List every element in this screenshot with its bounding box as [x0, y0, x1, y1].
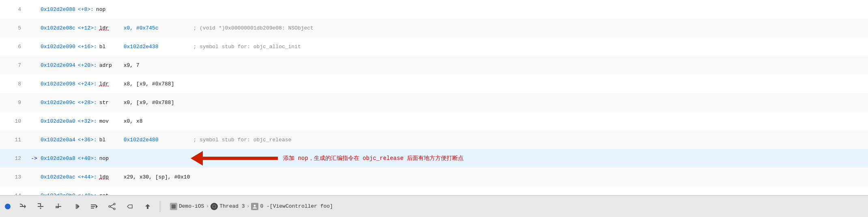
line-number: 11: [6, 137, 21, 143]
code-line-4: 40x102d2e088<+8>:nop: [0, 0, 868, 19]
instruction-mnemonic: ldr: [99, 25, 120, 31]
svg-marker-19: [145, 204, 150, 209]
share-button[interactable]: [106, 201, 118, 212]
breadcrumb-sep-1: ›: [206, 203, 209, 209]
frame-icon: [251, 203, 258, 210]
instruction-operands: 0x102d2e438: [124, 44, 159, 50]
svg-marker-9: [77, 204, 79, 209]
breadcrumb-method[interactable]: 0 -[ViewController foo]: [260, 203, 333, 209]
svg-point-16: [114, 208, 115, 210]
toolbar-separator: [160, 201, 160, 212]
instruction-comment: ; symbol stub for: objc_alloc_init: [193, 44, 301, 50]
debug-toolbar: Demo-iOS › Thread 3 › 0 -[ViewController…: [0, 195, 868, 217]
breakpoints-button[interactable]: [124, 201, 135, 212]
app-icon: [170, 203, 177, 210]
instruction-offset: <+16>:: [78, 44, 97, 50]
instruction-mnemonic: nop: [99, 155, 120, 162]
step-into-button[interactable]: [35, 201, 46, 212]
step-out-button[interactable]: [53, 201, 64, 212]
instruction-offset: <+44>:: [78, 174, 97, 180]
instruction-mnemonic: ldr: [99, 81, 120, 87]
svg-point-22: [213, 205, 215, 208]
instruction-address: 0x102d2e0a8: [41, 155, 75, 162]
instruction-operands: x0, #0x745c: [124, 25, 159, 31]
svg-marker-5: [40, 208, 41, 209]
instruction-address: 0x102d2e0ac: [41, 174, 75, 180]
line-number: 9: [6, 100, 21, 106]
step-over-button[interactable]: [17, 201, 28, 212]
svg-point-14: [114, 203, 115, 205]
code-line-9: 90x102d2e09c<+28>:strx0, [x9, #0x788]: [0, 93, 868, 112]
line-number: 8: [6, 81, 21, 87]
code-line-14: 140x102d2e0b0<+48>:ret: [0, 186, 868, 195]
instruction-address: 0x102d2e0a4: [41, 137, 75, 143]
svg-rect-8: [76, 204, 77, 209]
stop-button[interactable]: [5, 204, 11, 209]
svg-rect-11: [91, 206, 95, 207]
instruction-offset: <+40>:: [78, 155, 97, 162]
instruction-address: 0x102d2e0b0: [41, 193, 75, 196]
svg-line-18: [110, 207, 114, 208]
instruction-address: 0x102d2e088: [41, 6, 75, 13]
line-number: 7: [6, 62, 21, 68]
instruction-address: 0x102d2e09c: [41, 100, 75, 106]
instruction-address: 0x102d2e098: [41, 81, 75, 87]
continue-button[interactable]: [71, 201, 82, 212]
current-line-arrow: ->: [28, 155, 41, 162]
thread-icon: [211, 203, 218, 210]
instruction-offset: <+48>:: [78, 193, 97, 196]
instruction-step-button[interactable]: [88, 201, 100, 212]
instruction-mnemonic: nop: [96, 6, 117, 13]
svg-marker-1: [191, 151, 203, 166]
instruction-operands: x0, x8: [124, 118, 143, 124]
annotation-arrow: 添加 nop，生成的汇编指令在 objc_release 后面有地方方便打断点: [191, 151, 464, 166]
instruction-offset: <+12>:: [78, 25, 97, 31]
code-line-6: 60x102d2e090<+16>:bl0x102d2e438; symbol …: [0, 37, 868, 56]
svg-rect-4: [38, 206, 43, 207]
code-line-5: 50x102d2e08c<+12>:ldrx0, #0x745c; (void …: [0, 19, 868, 37]
svg-marker-13: [96, 204, 98, 208]
svg-rect-20: [172, 204, 176, 208]
direction-button[interactable]: [142, 201, 153, 212]
instruction-mnemonic: ret: [99, 193, 120, 196]
instruction-operands: x29, x30, [sp], #0x10: [124, 174, 190, 180]
line-number: 13: [6, 174, 21, 180]
instruction-address: 0x102d2e08c: [41, 25, 75, 31]
svg-rect-12: [91, 208, 94, 208]
code-line-11: 110x102d2e0a4<+36>:bl0x102d2e480; symbol…: [0, 130, 868, 149]
line-number: 12: [6, 155, 21, 162]
instruction-offset: <+36>:: [78, 137, 97, 143]
instruction-operands: x0, [x9, #0x788]: [124, 100, 174, 106]
instruction-offset: <+28>:: [78, 100, 97, 106]
instruction-operands: 0x102d2e480: [124, 137, 159, 143]
instruction-mnemonic: str: [99, 100, 120, 106]
breadcrumb-thread[interactable]: Thread 3: [219, 203, 245, 209]
code-line-7: 70x102d2e094<+20>:adrpx9, 7: [0, 56, 868, 74]
svg-rect-10: [91, 204, 96, 205]
code-line-13: 130x102d2e0ac<+44>:ldpx29, x30, [sp], #0…: [0, 168, 868, 186]
instruction-comment: ; (void *)0x00000001db209e08: NSObject: [193, 25, 313, 31]
instruction-address: 0x102d2e090: [41, 44, 75, 50]
svg-rect-0: [203, 157, 278, 160]
line-number: 6: [6, 44, 21, 50]
svg-marker-3: [24, 204, 26, 208]
code-view: 40x102d2e088<+8>:nop50x102d2e08c<+12>:ld…: [0, 0, 868, 195]
line-number: 10: [6, 118, 21, 124]
instruction-address: 0x102d2e094: [41, 62, 75, 68]
annotation-text: 添加 nop，生成的汇编指令在 objc_release 后面有地方方便打断点: [283, 155, 464, 162]
instruction-address: 0x102d2e0a0: [41, 118, 75, 124]
breadcrumb: Demo-iOS › Thread 3 › 0 -[ViewController…: [170, 203, 333, 210]
code-line-8: 80x102d2e098<+24>:ldrx8, [x9, #0x788]: [0, 74, 868, 93]
svg-marker-7: [58, 204, 59, 205]
line-number: 5: [6, 25, 21, 31]
breadcrumb-sep-2: ›: [247, 203, 250, 209]
instruction-operands: x8, [x9, #0x788]: [124, 81, 174, 87]
svg-point-23: [254, 204, 256, 206]
code-line-12: 12->0x102d2e0a8<+40>:nop添加 nop，生成的汇编指令在 …: [0, 149, 868, 168]
svg-point-15: [109, 206, 110, 207]
instruction-offset: <+8>:: [78, 6, 94, 13]
instruction-mnemonic: adrp: [99, 62, 120, 68]
instruction-offset: <+20>:: [78, 62, 97, 68]
line-number: 14: [6, 193, 21, 196]
breadcrumb-app[interactable]: Demo-iOS: [179, 203, 204, 209]
